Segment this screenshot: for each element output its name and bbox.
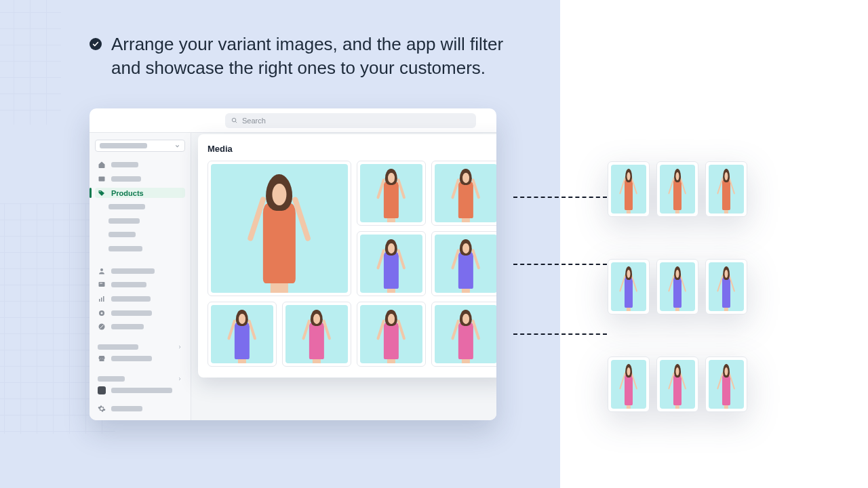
variant-thumb[interactable]	[608, 357, 650, 412]
home-icon	[98, 161, 106, 169]
sidebar-item-products[interactable]: Products	[95, 188, 185, 198]
placeholder-bar	[108, 246, 142, 251]
placeholder-bar	[111, 268, 155, 274]
app-body: Products	[90, 133, 496, 420]
sidebar-item-settings[interactable]	[95, 403, 185, 413]
chevron-right-icon	[177, 376, 182, 382]
variant-groups	[608, 161, 747, 412]
sidebar-item[interactable]	[95, 160, 185, 170]
placeholder-bar	[111, 282, 146, 287]
app-icon	[98, 386, 106, 394]
svg-rect-9	[103, 296, 104, 302]
variant-thumb[interactable]	[705, 259, 747, 314]
connector-line	[513, 264, 607, 265]
placeholder-bar	[98, 376, 125, 382]
right-pane	[560, 0, 868, 488]
variant-group	[608, 259, 747, 314]
placeholder-bar	[98, 344, 138, 350]
headline-text: Arrange your variant images, and the app…	[111, 33, 513, 80]
sidebar-subitem[interactable]	[95, 202, 185, 212]
svg-rect-5	[99, 282, 105, 287]
svg-rect-6	[100, 283, 102, 284]
gear-icon	[98, 405, 106, 413]
placeholder-bar	[111, 324, 144, 329]
media-card: Media	[198, 134, 496, 378]
svg-rect-14	[100, 359, 104, 362]
svg-rect-8	[101, 298, 102, 302]
media-thumb[interactable]	[357, 231, 426, 296]
sidebar: Products	[90, 133, 191, 420]
app-window: Search Products	[90, 108, 496, 420]
variant-group	[608, 161, 747, 217]
placeholder-bar	[111, 310, 152, 316]
placeholder-bar	[111, 162, 138, 167]
variant-thumb[interactable]	[656, 161, 698, 217]
sidebar-subitem[interactable]	[95, 216, 185, 226]
media-thumb[interactable]	[431, 302, 496, 367]
media-title: Media	[208, 144, 496, 154]
placeholder-bar	[108, 204, 145, 209]
sidebar-item[interactable]	[95, 322, 185, 332]
sidebar-item[interactable]	[95, 308, 185, 318]
sidebar-item[interactable]	[95, 386, 185, 396]
analytics-icon	[98, 295, 106, 303]
placeholder-bar	[111, 176, 141, 182]
search-input[interactable]: Search	[225, 113, 476, 128]
variant-group	[608, 357, 747, 412]
svg-point-11	[101, 312, 103, 314]
sidebar-item[interactable]	[95, 294, 185, 304]
variant-thumb[interactable]	[608, 161, 650, 217]
chevron-down-icon	[174, 143, 180, 149]
store-icon	[98, 354, 106, 363]
media-thumb[interactable]	[357, 302, 426, 367]
app-topbar: Search	[90, 108, 496, 133]
decor-grid	[0, 0, 61, 125]
sidebar-subitem[interactable]	[95, 244, 185, 254]
media-thumb[interactable]	[208, 302, 277, 367]
check-circle-icon	[90, 38, 102, 50]
variant-thumb[interactable]	[608, 259, 650, 314]
person-icon	[98, 267, 106, 275]
svg-line-1	[235, 121, 237, 123]
media-thumb[interactable]	[431, 231, 496, 296]
svg-point-4	[100, 268, 103, 271]
sidebar-item[interactable]	[95, 354, 185, 364]
variant-thumb[interactable]	[705, 161, 747, 217]
media-thumb[interactable]	[357, 161, 426, 226]
variant-thumb[interactable]	[705, 357, 747, 412]
sidebar-subitem[interactable]	[95, 230, 185, 240]
chevron-right-icon	[177, 344, 182, 350]
placeholder-bar	[108, 232, 136, 237]
variant-thumb[interactable]	[656, 357, 698, 412]
media-thumb[interactable]	[282, 302, 351, 367]
svg-rect-7	[99, 299, 100, 302]
svg-point-3	[100, 190, 101, 192]
sidebar-item[interactable]	[95, 280, 185, 290]
discount-icon	[98, 323, 106, 331]
orders-icon	[98, 175, 106, 183]
placeholder-bar	[111, 406, 142, 411]
connector-line	[513, 197, 607, 198]
sidebar-section[interactable]	[95, 376, 185, 382]
svg-point-0	[232, 118, 236, 122]
tag-icon	[98, 189, 106, 197]
connector-line	[513, 333, 607, 335]
placeholder-bar	[108, 218, 140, 224]
placeholder-bar	[100, 143, 147, 148]
media-thumb[interactable]	[208, 161, 351, 296]
sidebar-item-label: Products	[111, 189, 144, 197]
sidebar-item[interactable]	[95, 266, 185, 277]
sidebar-section[interactable]	[95, 344, 185, 350]
headline: Arrange your variant images, and the app…	[90, 33, 513, 80]
variant-thumb[interactable]	[656, 259, 698, 314]
marketing-icon	[98, 309, 106, 317]
placeholder-bar	[111, 296, 151, 302]
media-grid	[208, 161, 496, 367]
content-area: Media	[191, 133, 496, 420]
left-pane: Arrange your variant images, and the app…	[0, 0, 560, 488]
media-thumb[interactable]	[431, 161, 496, 226]
store-select[interactable]	[95, 140, 185, 152]
svg-rect-2	[99, 177, 105, 182]
placeholder-bar	[111, 356, 152, 361]
sidebar-item[interactable]	[95, 174, 185, 184]
